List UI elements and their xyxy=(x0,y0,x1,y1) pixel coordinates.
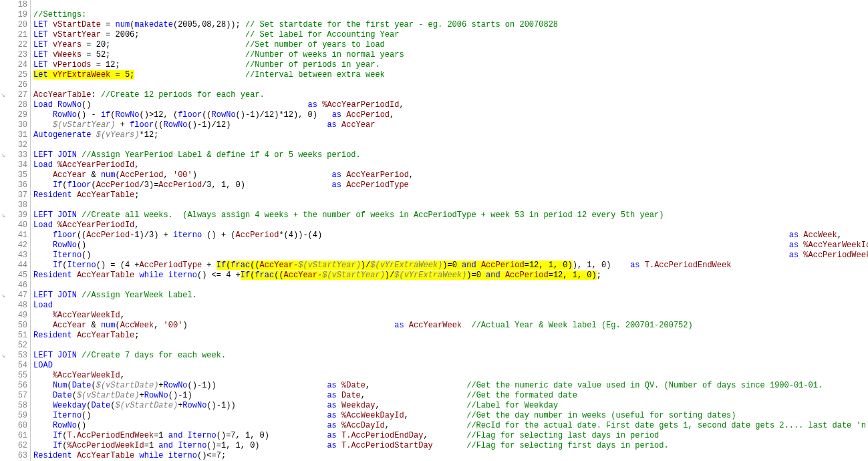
code-line[interactable]: RowNo() as %AccYearWeekId, xyxy=(33,241,868,251)
line-number: 28 xyxy=(0,100,30,110)
code-line[interactable]: LET vStartDate = num(makedate(2005,08,28… xyxy=(33,20,868,30)
line-number: 26 xyxy=(0,80,30,90)
line-number: 58 xyxy=(0,401,30,411)
code-line[interactable] xyxy=(33,281,868,291)
line-number: 36 xyxy=(0,180,30,190)
section-arrow-icon[interactable]: ↘ xyxy=(1,212,8,219)
code-line[interactable]: AccYear & num(AccWeek, '00') as AccYearW… xyxy=(33,321,868,331)
section-arrow-icon[interactable]: ↘ xyxy=(1,293,8,299)
code-line[interactable]: LET vYears = 20; //Set number of years t… xyxy=(33,40,868,50)
line-number: 60 xyxy=(0,421,30,431)
code-line[interactable]: Weekday(Date($(vStartDate)+RowNo()-1)) a… xyxy=(33,401,868,411)
code-line[interactable]: //Settings: xyxy=(33,10,868,20)
code-line[interactable]: Date($(vStartDate)+RowNo()-1) as Date, /… xyxy=(33,391,868,401)
code-line[interactable]: Load RowNo() as %AccYearPeriodId, xyxy=(33,100,868,110)
code-line[interactable]: AccYear & num(AccPeriod, '00') as AccYea… xyxy=(33,170,868,180)
code-line[interactable]: RowNo() - if(RowNo()>12, (floor((RowNo()… xyxy=(33,110,868,120)
section-arrow-icon[interactable]: ↘ xyxy=(1,92,8,99)
line-number: 25 xyxy=(0,70,30,80)
line-number: 61 xyxy=(0,431,30,441)
code-line[interactable]: If(Iterno() = (4 +AccPeriodType + If(fra… xyxy=(33,261,868,271)
line-number: 38 xyxy=(0,200,30,210)
line-number: 32 xyxy=(0,140,30,150)
code-line[interactable]: Load %AccYearPeriodId, xyxy=(33,160,868,170)
code-line[interactable]: If(T.AccPeriodEndWeek=1 and Iterno()=7, … xyxy=(33,431,868,441)
line-number: 52 xyxy=(0,341,30,351)
code-line[interactable]: LEFT JOIN //Create all weeks. (Always as… xyxy=(33,210,868,220)
line-number: 45 xyxy=(0,271,30,281)
line-number: ↘39 xyxy=(0,210,30,220)
code-line[interactable]: Load xyxy=(33,301,868,311)
code-line[interactable] xyxy=(33,341,868,351)
line-number: 23 xyxy=(0,50,30,60)
line-number: 43 xyxy=(0,251,30,261)
line-number: 37 xyxy=(0,190,30,200)
line-number: 55 xyxy=(0,371,30,381)
line-number: 29 xyxy=(0,110,30,120)
code-line[interactable]: LEFT JOIN //Create 7 days for each week. xyxy=(33,351,868,361)
code-line[interactable] xyxy=(33,140,868,150)
code-line[interactable]: %AccYearWeekId, xyxy=(33,371,868,381)
code-line[interactable]: Resident AccYearTable while iterno() <= … xyxy=(33,271,868,281)
line-number: 51 xyxy=(0,331,30,341)
code-line[interactable]: $(vStartYear) + floor((RowNo()-1)/12) as… xyxy=(33,120,868,130)
code-line[interactable]: LEFT JOIN //Assign YearWeek Label. xyxy=(33,291,868,301)
line-number: 35 xyxy=(0,170,30,180)
code-line[interactable]: LET vStartYear = 2006; // Set label for … xyxy=(33,30,868,40)
code-line[interactable]: Resident AccYearTable; xyxy=(33,331,868,341)
line-number: 49 xyxy=(0,311,30,321)
code-line[interactable]: LEFT JOIN //Assign YearPeriod Label & de… xyxy=(33,150,868,160)
code-line[interactable]: Iterno() as %AccPeriodWeekId, xyxy=(33,251,868,261)
line-number: 54 xyxy=(0,361,30,371)
line-number: 18 xyxy=(0,0,30,10)
line-number: 21 xyxy=(0,30,30,40)
code-line[interactable]: Let vYrExtraWeek = 5; //Interval between… xyxy=(33,70,868,80)
code-line[interactable]: Load %AccYearPeriodId, xyxy=(33,220,868,230)
line-number: 34 xyxy=(0,160,30,170)
code-area[interactable]: //Settings:LET vStartDate = num(makedate… xyxy=(31,0,868,461)
code-line[interactable] xyxy=(33,200,868,210)
code-line[interactable]: LET vPeriods = 12; //Number of periods i… xyxy=(33,60,868,70)
line-number: ↘47 xyxy=(0,291,30,301)
code-line[interactable] xyxy=(33,80,868,90)
code-line[interactable]: floor((AccPeriod-1)/3) + iterno () + (Ac… xyxy=(33,230,868,241)
code-line[interactable]: AccYearTable: //Create 12 periods for ea… xyxy=(33,90,868,100)
line-number: 22 xyxy=(0,40,30,50)
code-line[interactable]: LET vWeeks = 52; //Number of weeks in no… xyxy=(33,50,868,60)
code-line[interactable]: Iterno() as %AccWeekDayId, //Get the day… xyxy=(33,411,868,421)
line-number: ↘27 xyxy=(0,90,30,100)
line-number: 31 xyxy=(0,130,30,140)
code-line[interactable]: RowNo() as %AccDayId, //RecId for the ac… xyxy=(33,421,868,431)
code-line[interactable]: If(floor(AccPeriod/3)=AccPeriod/3, 1, 0)… xyxy=(33,180,868,190)
code-editor[interactable]: 181920212223242526↘272829303132↘33343536… xyxy=(0,0,868,461)
line-number: 50 xyxy=(0,321,30,331)
line-number: 24 xyxy=(0,60,30,70)
code-line[interactable]: Resident AccYearTable; xyxy=(33,190,868,200)
line-number: 20 xyxy=(0,20,30,30)
line-gutter: 181920212223242526↘272829303132↘33343536… xyxy=(0,0,31,461)
line-number: 48 xyxy=(0,301,30,311)
code-line[interactable]: %AccYearWeekId, xyxy=(33,311,868,321)
code-line[interactable]: If(%AccPeriodWeekId=1 and Iterno()=1, 1,… xyxy=(33,441,868,451)
line-number: ↘53 xyxy=(0,351,30,361)
code-line[interactable]: Num(Date($(vStartDate)+RowNo()-1)) as %D… xyxy=(33,381,868,391)
line-number: 19 xyxy=(0,10,30,20)
line-number: 62 xyxy=(0,441,30,451)
line-number: 46 xyxy=(0,281,30,291)
line-number: 42 xyxy=(0,241,30,251)
code-line[interactable]: LOAD xyxy=(33,361,868,371)
section-arrow-icon[interactable]: ↘ xyxy=(1,353,8,359)
line-number: 56 xyxy=(0,381,30,391)
code-line[interactable] xyxy=(33,0,868,10)
section-arrow-icon[interactable]: ↘ xyxy=(1,152,8,159)
line-number: 30 xyxy=(0,120,30,130)
line-number: 44 xyxy=(0,261,30,271)
line-number: 41 xyxy=(0,230,30,241)
line-number: 57 xyxy=(0,391,30,401)
line-number: 59 xyxy=(0,411,30,421)
code-line[interactable]: Autogenerate $(vYears)*12; xyxy=(33,130,868,140)
line-number: 40 xyxy=(0,220,30,230)
code-line[interactable]: Resident AccYearTable while iterno()<=7; xyxy=(33,451,868,461)
line-number: ↘33 xyxy=(0,150,30,160)
line-number: 63 xyxy=(0,451,30,461)
